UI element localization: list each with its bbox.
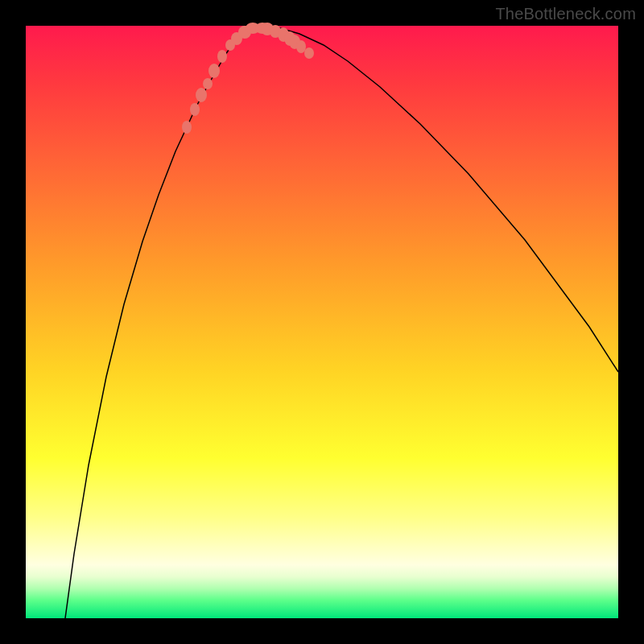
watermark-text: TheBottleneck.com xyxy=(495,5,636,23)
highlight-dot xyxy=(304,47,314,59)
highlight-dot xyxy=(296,40,306,53)
highlight-dot xyxy=(217,50,227,63)
highlight-dot xyxy=(196,88,207,102)
highlight-dots xyxy=(182,23,314,134)
highlight-dot xyxy=(208,64,220,78)
chart-plot-area xyxy=(26,26,618,618)
bottleneck-curve xyxy=(65,28,618,618)
highlight-dot xyxy=(182,121,192,134)
chart-svg xyxy=(26,26,618,618)
highlight-dot xyxy=(203,78,213,89)
highlight-dot xyxy=(190,103,200,116)
